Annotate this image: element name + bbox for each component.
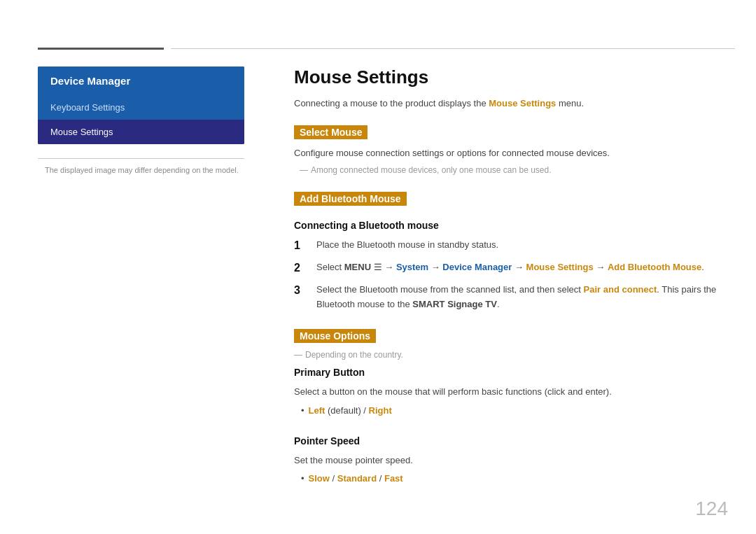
sidebar-nav: Device Manager Keyboard Settings Mouse S… [38,66,244,144]
step-2: 2 Select MENU ☰ → System → Device Manage… [294,260,735,276]
mouse-options-heading: Mouse Options [294,329,376,343]
step-2-num: 2 [294,260,311,276]
pointer-speed-heading: Pointer Speed [294,435,735,447]
primary-button-block: Primary Button Select a button on the mo… [294,367,735,419]
depending-note: Depending on the country. [294,350,735,360]
intro-highlight: Mouse Settings [489,98,556,108]
main-content: Mouse Settings Connecting a mouse to the… [294,66,735,506]
step-1: 1 Place the Bluetooth mouse in standby s… [294,238,735,253]
pointer-speed-option: Slow / Standard / Fast [301,472,735,486]
sidebar-note: The displayed image may differ depending… [38,166,244,174]
select-mouse-note: Among connected mouse devices, only one … [294,165,735,175]
bluetooth-steps: 1 Place the Bluetooth mouse in standby s… [294,238,735,312]
sidebar-item-keyboard[interactable]: Keyboard Settings [38,95,244,120]
sidebar-title: Device Manager [38,66,244,95]
intro-paragraph: Connecting a mouse to the product displa… [294,97,735,111]
top-decorative-lines [0,48,756,50]
connecting-bluetooth-subheading: Connecting a Bluetooth mouse [294,220,735,231]
sidebar-item-mouse[interactable]: Mouse Settings [38,120,244,144]
step-3: 3 Select the Bluetooth mouse from the sc… [294,283,735,312]
step-3-text: Select the Bluetooth mouse from the scan… [316,283,735,312]
pointer-speed-desc: Set the mouse pointer speed. [294,454,735,468]
intro-suffix: menu. [556,98,584,108]
primary-button-heading: Primary Button [294,367,735,378]
sidebar: Device Manager Keyboard Settings Mouse S… [38,66,244,174]
pointer-speed-block: Pointer Speed Set the mouse pointer spee… [294,435,735,487]
step-3-num: 3 [294,283,311,298]
primary-button-option: Left (default) / Right [301,404,735,419]
page-number: 124 [695,498,728,520]
section-mouse-options: Mouse Options Depending on the country. … [294,329,735,486]
section-select-mouse: Select Mouse Configure mouse connection … [294,125,735,175]
top-line-light [171,48,735,49]
intro-text: Connecting a mouse to the product displa… [294,98,489,108]
primary-button-desc: Select a button on the mouse that will p… [294,385,735,400]
top-line-dark [38,48,164,50]
select-mouse-heading: Select Mouse [294,125,368,139]
page-title: Mouse Settings [294,66,735,88]
primary-button-options: Left (default) / Right [294,404,735,419]
pointer-speed-options: Slow / Standard / Fast [294,472,735,486]
section-add-bluetooth: Add Bluetooth Mouse Connecting a Bluetoo… [294,192,735,312]
step-1-text: Place the Bluetooth mouse in standby sta… [316,238,498,253]
step-2-text: Select MENU ☰ → System → Device Manager … [316,260,704,275]
select-mouse-desc: Configure mouse connection settings or o… [294,146,735,161]
sidebar-divider [38,158,244,159]
step-1-num: 1 [294,238,311,253]
add-bluetooth-heading: Add Bluetooth Mouse [294,192,407,206]
